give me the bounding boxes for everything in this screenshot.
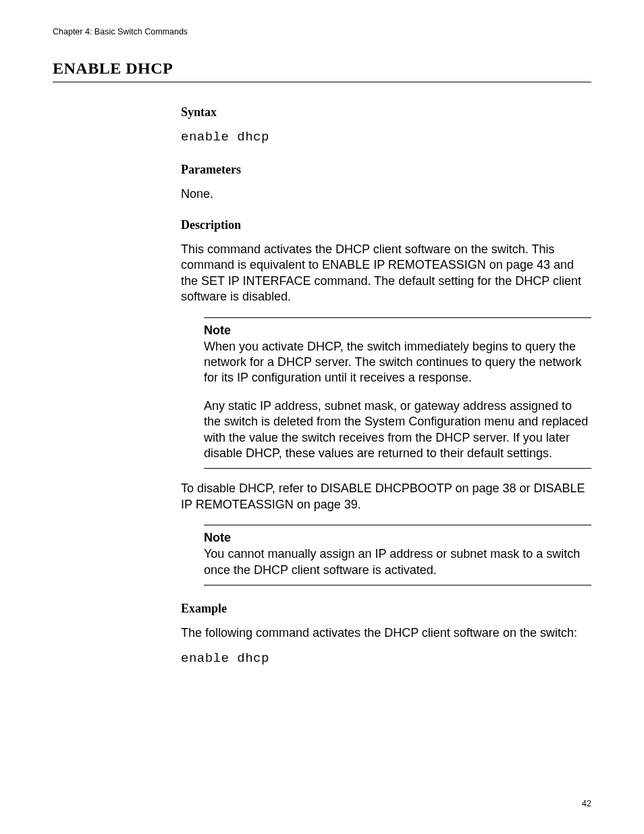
page: Chapter 4: Basic Switch Commands ENABLE … [0, 0, 644, 834]
note-block-2: Note You cannot manually assign an IP ad… [204, 525, 591, 585]
note-text: When you activate DHCP, the switch immed… [204, 339, 591, 386]
syntax-code: enable dhcp [181, 129, 591, 147]
description-intro: This command activates the DHCP client s… [181, 242, 591, 305]
running-header: Chapter 4: Basic Switch Commands [53, 27, 591, 36]
parameters-heading: Parameters [181, 163, 591, 177]
example-text: The following command activates the DHCP… [181, 625, 591, 641]
example-heading: Example [181, 602, 591, 616]
syntax-heading: Syntax [181, 105, 591, 120]
note-text: You cannot manually assign an IP address… [204, 546, 591, 578]
note-block-1: Note When you activate DHCP, the switch … [204, 317, 591, 469]
page-title: ENABLE DHCP [53, 59, 591, 82]
page-number: 42 [582, 799, 591, 808]
note-text: Any static IP address, subnet mask, or g… [204, 398, 591, 462]
example-code: enable dhcp [181, 650, 591, 668]
parameters-text: None. [181, 186, 591, 202]
content-column: Syntax enable dhcp Parameters None. Desc… [181, 105, 591, 668]
note-label: Note [204, 531, 591, 545]
description-after-note: To disable DHCP, refer to DISABLE DHCPBO… [181, 481, 591, 513]
description-heading: Description [181, 218, 591, 232]
note-label: Note [204, 323, 591, 338]
